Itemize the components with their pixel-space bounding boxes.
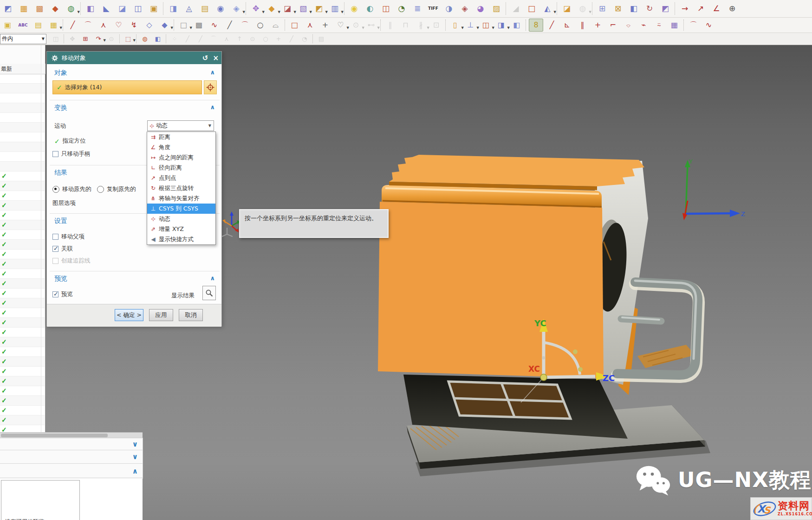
navigator-row[interactable]: ✓ xyxy=(0,415,45,425)
point-dialog-button[interactable] xyxy=(204,80,217,94)
navigator-row[interactable]: ✓ xyxy=(0,376,45,386)
navigator-row[interactable] xyxy=(0,152,45,162)
toolbar-icon[interactable]: ⌔ xyxy=(622,19,635,31)
toolbar-icon[interactable]: ⌒ xyxy=(687,19,700,31)
dropdown-item[interactable]: ∟径向距离 xyxy=(147,163,215,173)
toolbar-icon[interactable]: ◍▼ xyxy=(64,2,78,15)
toolbar-icon[interactable]: ◇ xyxy=(143,19,156,31)
navigator-row[interactable] xyxy=(0,123,45,132)
toolbar-icon[interactable]: ◧ xyxy=(84,2,97,15)
toolbar-icon[interactable]: ◧ xyxy=(152,34,163,44)
navigator-row[interactable]: ✓ xyxy=(0,201,45,211)
toolbar-icon[interactable]: ⊥▼ xyxy=(464,19,477,31)
chevron-down-icon[interactable]: ▼ xyxy=(60,26,62,30)
toolbar-icon[interactable]: ↯ xyxy=(127,19,141,31)
navigator-row[interactable]: ✓ xyxy=(0,250,45,259)
toolbar-icon[interactable]: ◆▼ xyxy=(158,19,171,31)
dropdown-item[interactable]: ◀显示快捷方式 xyxy=(147,234,215,244)
dropdown-item[interactable]: ∠角度 xyxy=(147,142,215,152)
toolbar-icon[interactable]: ◪▼ xyxy=(280,2,294,15)
toolbar-icon[interactable]: □ xyxy=(525,2,539,15)
navigator-row[interactable] xyxy=(0,74,45,84)
move-parent-checkbox[interactable]: 移动父项 xyxy=(52,233,84,241)
section-header-preview[interactable]: 预览 xyxy=(54,275,67,283)
navigator-row[interactable]: ✓ xyxy=(0,386,45,396)
radio-icon[interactable] xyxy=(52,186,59,193)
toolbar-icon[interactable]: ╱ xyxy=(223,19,236,31)
navigator-row[interactable]: ✓ xyxy=(0,269,45,279)
toolbar-icon[interactable]: ⌐ xyxy=(606,19,620,31)
navigator-row[interactable]: ✓ xyxy=(0,240,45,250)
navigator-row[interactable]: ✓ xyxy=(0,181,45,191)
toolbar-icon[interactable]: ↷▼ xyxy=(93,34,104,44)
dropdown-item[interactable]: ⊥CSYS 到 CSYS xyxy=(147,204,215,214)
chevron-up-icon[interactable]: ∧ xyxy=(210,69,215,76)
navigator-row[interactable]: ✓ xyxy=(0,406,45,415)
dropdown-item[interactable]: ⇉距离 xyxy=(147,132,215,142)
navigator-row[interactable]: ✓ xyxy=(0,357,45,367)
toolbar-icon[interactable]: ◫ xyxy=(50,34,61,44)
motion-combo[interactable]: ⊹ 动态 ▼ xyxy=(147,120,214,131)
toolbar-icon[interactable]: ◍ xyxy=(139,34,150,44)
toolbar-icon[interactable]: ◈▼ xyxy=(229,2,243,15)
chevron-down-icon[interactable]: ▼ xyxy=(78,11,80,14)
toolbar-icon[interactable]: ⍨ xyxy=(652,19,666,31)
toolbar-icon[interactable]: ╱ xyxy=(286,34,297,44)
toolbar-icon[interactable]: ▯▼ xyxy=(448,19,462,31)
chevron-down-icon[interactable]: ▼ xyxy=(341,11,344,14)
preview-checkbox[interactable]: 预览 xyxy=(52,290,73,298)
chevron-down-icon[interactable]: ▼ xyxy=(589,11,591,14)
toolbar-icon[interactable]: ↻ xyxy=(643,2,656,15)
dropdown-item[interactable]: ⇗增量 XYZ xyxy=(147,224,215,234)
checkbox-checked-icon[interactable] xyxy=(52,246,58,252)
toolbar-icon[interactable]: ◫ xyxy=(131,2,145,15)
copy-original-radio[interactable]: 复制原先的 xyxy=(97,185,136,193)
navigator-row[interactable]: ✓ xyxy=(0,191,45,201)
toolbar-icon[interactable]: ▦ xyxy=(17,2,31,15)
chevron-up-icon[interactable]: ∧ xyxy=(210,104,215,111)
navigator-row[interactable] xyxy=(0,113,45,123)
ok-button[interactable]: < 确定 > xyxy=(115,309,143,321)
toolbar-icon[interactable]: ◆▼ xyxy=(265,2,279,15)
toolbar-icon[interactable]: ◐ xyxy=(363,2,377,15)
csys-origin-handle[interactable] xyxy=(540,374,547,381)
select-object-field[interactable]: ✓ 选择对象 (14) xyxy=(52,80,202,94)
toolbar-icon[interactable]: ⊕ xyxy=(725,2,739,15)
model-roof[interactable] xyxy=(389,155,644,186)
toolbar-icon[interactable]: ⊡ xyxy=(429,19,443,31)
toolbar-icon[interactable]: + xyxy=(318,19,332,31)
panel-section-collapsed[interactable]: ∨ xyxy=(0,438,143,450)
toolbar-icon[interactable]: ◉ xyxy=(214,2,227,15)
toolbar-icon[interactable]: ▤ xyxy=(316,34,327,44)
dropdown-item[interactable]: ⊹动态 xyxy=(147,214,215,224)
toolbar-icon[interactable]: TIFF xyxy=(426,2,440,15)
navigator-row[interactable]: ✓ xyxy=(0,367,45,376)
toolbar-icon[interactable]: ∦▼ xyxy=(414,19,428,31)
toolbar-icon[interactable]: ✥ xyxy=(67,34,78,44)
toolbar-icon[interactable]: ♡ xyxy=(112,19,125,31)
toolbar-icon[interactable]: ▤ xyxy=(198,2,212,15)
section-header-object[interactable]: 对象 xyxy=(54,69,67,77)
toolbar-icon[interactable]: ⊙ xyxy=(106,34,117,44)
navigator-row[interactable]: ✓ xyxy=(0,211,45,220)
navigator-row[interactable] xyxy=(0,84,45,93)
toolbar-icon[interactable]: ◩ xyxy=(658,2,672,15)
toolbar-icon[interactable]: ↑ xyxy=(234,34,245,44)
toolbar-icon[interactable]: ○ xyxy=(253,19,267,31)
toolbar-icon[interactable]: ∿ xyxy=(702,19,715,31)
toolbar-icon[interactable]: ABC xyxy=(16,19,30,31)
toolbar-icon[interactable]: ▩ xyxy=(32,2,46,15)
toolbar-icon[interactable]: ⌒ xyxy=(238,19,252,31)
toolbar-icon[interactable]: ◆ xyxy=(48,2,62,15)
checkbox-icon[interactable] xyxy=(52,234,58,240)
apply-button[interactable]: 应用 xyxy=(149,309,173,321)
toolbar-icon[interactable]: ◪ xyxy=(115,2,129,15)
section-header-settings[interactable]: 设置 xyxy=(54,217,67,225)
navigator-row[interactable]: ✓ xyxy=(0,396,45,406)
navigator-row[interactable]: ✓ xyxy=(0,259,45,269)
toolbar-icon[interactable]: 8 xyxy=(529,19,543,32)
toolbar-icon[interactable]: ⁘ xyxy=(169,34,180,44)
toolbar-icon[interactable]: ◣ xyxy=(99,2,113,15)
toolbar-icon[interactable]: ⊙▼ xyxy=(349,19,363,31)
dialog-reset-button[interactable]: ↺ xyxy=(202,54,208,62)
